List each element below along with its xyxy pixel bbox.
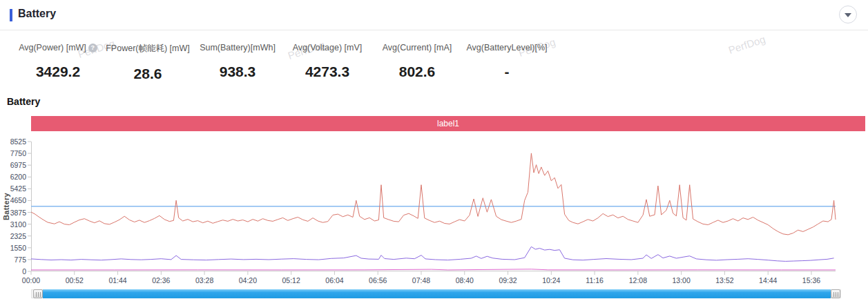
y-tick-label: 8525	[0, 137, 26, 146]
stat-label-text: Avg(Power) [mW]	[19, 43, 86, 52]
x-tick-label: 00:00	[14, 276, 48, 284]
stat-value: 4273.3	[286, 64, 369, 80]
y-tick-label: 5425	[0, 184, 26, 193]
x-tick-label: 13:52	[707, 276, 742, 284]
stat-label: Avg(BatteryLevel)[%]	[465, 43, 548, 52]
range-scrollbar-right-handle[interactable]	[831, 289, 840, 298]
panel-title: Battery	[18, 8, 56, 20]
chart-label-banner[interactable]: label1	[31, 116, 865, 131]
chart-plot	[31, 142, 836, 271]
x-tick-label: 02:36	[144, 276, 178, 284]
y-tick-label: 1550	[0, 244, 26, 252]
stat-avg-current: Avg(Current) [mA] 802.6	[376, 43, 459, 82]
y-tick-label: 6200	[0, 173, 26, 181]
x-tick-label: 13:00	[664, 276, 699, 284]
x-tick-label: 01:44	[101, 276, 135, 284]
y-tick-label: 3875	[0, 209, 26, 217]
chart-section-title: Battery	[7, 96, 40, 107]
y-tick-label: 6975	[0, 161, 26, 169]
stat-value: 3429.2	[17, 64, 99, 80]
x-tick-label: 06:04	[317, 276, 351, 284]
x-tick-label: 14:44	[751, 276, 785, 284]
stats-row: Avg(Power) [mW]? 3429.2 FPower(帧能耗) [mW]…	[17, 43, 555, 82]
chevron-down-icon	[845, 13, 851, 17]
stat-value: -	[465, 64, 548, 80]
stat-label: Avg(Voltage) [mV]	[286, 43, 369, 52]
x-tick-label: 10:24	[534, 276, 568, 284]
y-tick-label: 775	[0, 255, 26, 264]
y-tick-label: 2325	[0, 232, 26, 240]
stat-value: 802.6	[376, 64, 459, 80]
stat-avg-voltage: Avg(Voltage) [mV] 4273.3	[286, 43, 369, 82]
series-power-line	[31, 153, 836, 235]
x-tick-label: 00:52	[57, 276, 92, 284]
y-tick-label: 3100	[0, 220, 26, 229]
stat-label: Avg(Current) [mA]	[376, 43, 459, 52]
series-current-line	[31, 247, 834, 261]
series-fpower-line	[31, 269, 836, 270]
battery-panel: Battery PerfDog PerfDog PerfDog PerfDog …	[0, 0, 868, 299]
stat-value: 28.6	[106, 66, 189, 82]
x-tick-label: 05:12	[274, 276, 309, 284]
stat-sum-battery: Sum(Battery)[mWh] 938.3	[196, 43, 279, 82]
stat-label: FPower(帧能耗) [mW]	[106, 43, 189, 55]
x-tick-label: 04:20	[231, 276, 265, 284]
x-tick-label: 08:40	[447, 276, 482, 284]
battery-chart[interactable]	[31, 142, 836, 271]
range-scrollbar-fill[interactable]	[43, 289, 831, 298]
title-accent-bar	[10, 9, 12, 21]
stat-label: Avg(Power) [mW]?	[17, 43, 99, 52]
x-tick-label: 07:48	[404, 276, 438, 284]
y-tick-label: 7750	[0, 149, 26, 157]
help-icon[interactable]: ?	[88, 44, 97, 52]
y-tick-label: 4650	[0, 196, 26, 204]
y-tick-label: 0	[0, 267, 26, 276]
watermark: PerfDog	[727, 33, 767, 56]
x-tick-label: 06:56	[360, 276, 395, 284]
x-tick-label: 11:16	[577, 276, 612, 284]
panel-header: Battery	[0, 0, 868, 30]
range-scrollbar-left-handle[interactable]	[33, 289, 43, 298]
x-tick-label: 15:36	[794, 276, 829, 284]
stat-label: Sum(Battery)[mWh]	[196, 43, 279, 52]
stat-value: 938.3	[196, 64, 279, 80]
x-tick-label: 09:32	[491, 276, 525, 284]
stat-fpower: FPower(帧能耗) [mW] 28.6	[106, 43, 189, 82]
stat-avg-power: Avg(Power) [mW]? 3429.2	[17, 43, 99, 82]
x-tick-label: 12:08	[621, 276, 655, 284]
collapse-toggle-button[interactable]	[839, 6, 857, 23]
stat-avg-batterylevel: Avg(BatteryLevel)[%] -	[465, 43, 548, 82]
x-tick-label: 03:28	[187, 276, 222, 284]
